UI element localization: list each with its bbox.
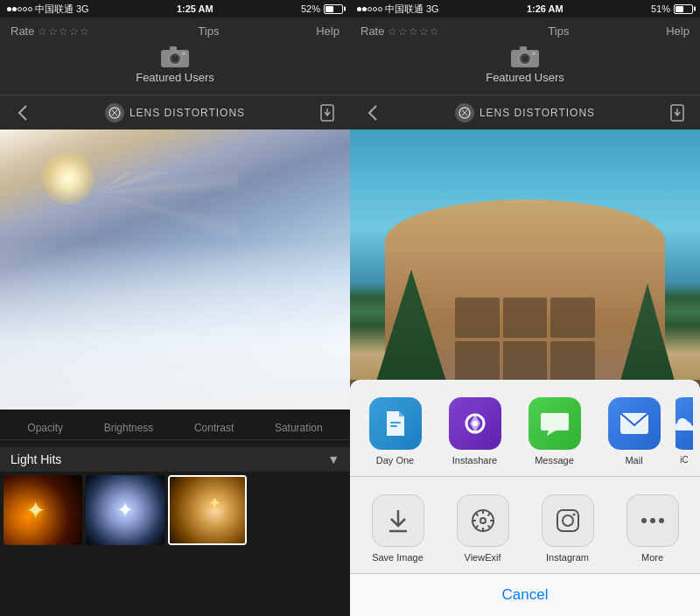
dayone-icon bbox=[369, 397, 422, 450]
svg-point-41 bbox=[659, 518, 664, 523]
help-btn-right[interactable]: Help bbox=[666, 24, 690, 38]
share-sheet: Day One Instashare bbox=[350, 380, 700, 616]
ctrl-brightness[interactable]: Brightness bbox=[101, 420, 158, 436]
right-panel: 中国联通 3G 1:26 AM 51% Rate ☆☆☆☆☆ Tips Help bbox=[350, 0, 700, 616]
share-app-icloud[interactable]: iC bbox=[676, 394, 693, 469]
camera-icon-right bbox=[509, 43, 541, 69]
lens-logo-right bbox=[455, 103, 474, 122]
cloud-layer bbox=[0, 242, 350, 410]
back-btn-right[interactable] bbox=[360, 101, 385, 125]
rate-label-right: Rate bbox=[360, 24, 384, 38]
filter-thumb-2[interactable] bbox=[86, 475, 164, 545]
filter-selector[interactable]: Light Hits ▼ bbox=[0, 447, 350, 472]
building-windows bbox=[455, 298, 595, 382]
svg-rect-21 bbox=[390, 425, 397, 427]
lens-brand-right: LENS DISTORTIONS bbox=[455, 103, 595, 122]
battery-pct-left: 52% bbox=[301, 4, 320, 14]
ctrl-opacity[interactable]: Opacity bbox=[24, 420, 66, 436]
svg-point-2 bbox=[172, 55, 178, 62]
instashare-label: Instashare bbox=[452, 455, 497, 466]
svg-line-35 bbox=[475, 526, 478, 528]
share-action-viewexif[interactable]: ViewExif bbox=[442, 491, 523, 566]
svg-rect-36 bbox=[557, 510, 578, 531]
svg-point-40 bbox=[650, 518, 655, 523]
tips-btn-right[interactable]: Tips bbox=[537, 24, 569, 38]
download-btn-left[interactable] bbox=[315, 101, 340, 125]
battery-icon-right bbox=[674, 4, 693, 14]
dayone-label: Day One bbox=[376, 455, 414, 466]
saveimage-icon bbox=[372, 494, 424, 547]
filter-name: Light Hits bbox=[10, 452, 61, 466]
share-app-message[interactable]: Message bbox=[516, 394, 592, 469]
network-right: 3G bbox=[426, 4, 439, 14]
nav-bar-right: LENS DISTORTIONS bbox=[350, 94, 700, 130]
network-left: 3G bbox=[76, 4, 89, 14]
stars-left: ☆☆☆☆☆ bbox=[38, 25, 90, 38]
time-right: 1:26 AM bbox=[527, 4, 564, 14]
svg-point-4 bbox=[182, 52, 186, 55]
svg-line-34 bbox=[487, 514, 490, 516]
cancel-btn[interactable]: Cancel bbox=[350, 573, 700, 616]
svg-rect-20 bbox=[390, 422, 401, 424]
svg-rect-13 bbox=[520, 46, 527, 51]
featured-section-right: Featured Users bbox=[350, 41, 700, 88]
battery-pct-right: 51% bbox=[651, 4, 670, 14]
lens-brand-left: LENS DISTORTIONS bbox=[105, 103, 245, 122]
filter-thumbnails bbox=[0, 472, 350, 549]
app-header-left: Rate ☆☆☆☆☆ Tips Help Featured Users bbox=[0, 18, 350, 94]
mail-label: Mail bbox=[625, 455, 642, 466]
app-header-right: Rate ☆☆☆☆☆ Tips Help Featured Users bbox=[350, 18, 700, 94]
rate-section-right: Rate ☆☆☆☆☆ bbox=[360, 24, 440, 38]
signal-dots-left bbox=[7, 7, 32, 11]
featured-label-right: Featured Users bbox=[486, 71, 564, 84]
svg-line-33 bbox=[487, 526, 490, 528]
back-btn-left[interactable] bbox=[10, 101, 35, 125]
viewexif-label: ViewExif bbox=[465, 552, 501, 563]
svg-point-23 bbox=[472, 421, 478, 426]
share-sheet-overlay: Day One Instashare bbox=[350, 380, 700, 616]
svg-point-38 bbox=[572, 514, 575, 516]
filter-arrow: ▼ bbox=[327, 452, 340, 466]
icloud-label: iC bbox=[680, 455, 688, 465]
svg-point-27 bbox=[480, 518, 486, 523]
svg-line-32 bbox=[475, 514, 478, 516]
svg-point-39 bbox=[641, 518, 647, 523]
lens-logo-left bbox=[105, 103, 124, 122]
rate-label-left: Rate bbox=[10, 24, 34, 38]
viewexif-icon bbox=[457, 494, 509, 547]
ctrl-saturation[interactable]: Saturation bbox=[271, 420, 326, 436]
time-left: 1:25 AM bbox=[177, 4, 214, 14]
download-btn-right[interactable] bbox=[665, 101, 690, 125]
controls-area: Opacity Brightness Contrast Saturation bbox=[0, 410, 350, 447]
share-app-mail[interactable]: Mail bbox=[596, 394, 672, 469]
instagram-icon bbox=[542, 494, 594, 547]
svg-point-12 bbox=[522, 55, 528, 62]
filter-thumb-3[interactable] bbox=[168, 475, 247, 545]
share-apps-row: Day One Instashare bbox=[350, 380, 700, 476]
ctrl-contrast[interactable]: Contrast bbox=[191, 420, 237, 436]
instashare-icon bbox=[449, 397, 501, 450]
featured-label-left: Featured Users bbox=[136, 71, 214, 84]
lens-brand-label-right: LENS DISTORTIONS bbox=[480, 107, 595, 119]
nav-bar-left: LENS DISTORTIONS bbox=[0, 94, 350, 130]
more-label: More bbox=[641, 552, 663, 563]
main-image-left bbox=[0, 130, 350, 410]
svg-point-37 bbox=[563, 515, 573, 526]
share-app-dayone[interactable]: Day One bbox=[357, 394, 433, 469]
lens-brand-label-left: LENS DISTORTIONS bbox=[130, 107, 245, 119]
message-icon bbox=[528, 397, 581, 450]
help-btn-left[interactable]: Help bbox=[316, 24, 340, 38]
share-action-more[interactable]: More bbox=[612, 491, 693, 566]
share-app-instashare[interactable]: Instashare bbox=[437, 394, 513, 469]
share-action-instagram[interactable]: Instagram bbox=[527, 491, 608, 566]
filter-thumb-1[interactable] bbox=[4, 475, 82, 545]
share-action-saveimage[interactable]: Save Image bbox=[357, 491, 438, 566]
tips-btn-left[interactable]: Tips bbox=[187, 24, 219, 38]
left-panel: 中国联通 3G 1:25 AM 52% Rate ☆☆☆☆☆ Tips Help bbox=[0, 0, 350, 616]
main-image-right: APP solution bbox=[350, 130, 700, 410]
share-actions-row: Save Image bbox=[350, 477, 700, 573]
rate-section-left: Rate ☆☆☆☆☆ bbox=[10, 24, 90, 38]
battery-icon-left bbox=[324, 4, 343, 14]
stars-right: ☆☆☆☆☆ bbox=[388, 25, 440, 38]
carrier-right: 中国联通 bbox=[385, 3, 424, 16]
